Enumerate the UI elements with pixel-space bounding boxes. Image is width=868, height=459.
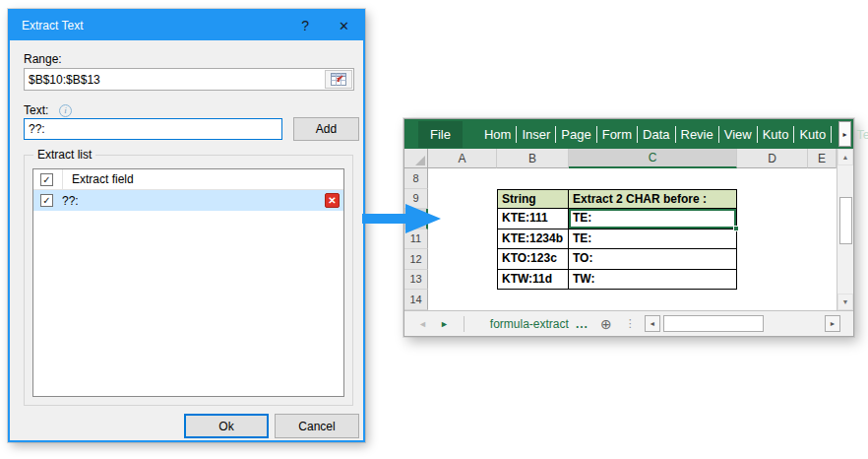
ribbon-tab-hom-1[interactable]: Hom: [480, 127, 515, 142]
ribbon-tab-separator: [718, 126, 719, 143]
sheet-row-12: 12KTO:123cTO:: [404, 249, 837, 270]
select-all-corner[interactable]: [404, 149, 428, 168]
next-sheet-icon[interactable]: ►: [440, 319, 449, 329]
ribbon-tab-revie-6[interactable]: Revie: [677, 127, 717, 142]
column-header-B[interactable]: B: [497, 149, 569, 168]
new-sheet-icon[interactable]: ⊕: [600, 316, 612, 332]
more-sheets-dots[interactable]: ...: [576, 317, 589, 331]
select-all-checkbox[interactable]: ✓: [40, 173, 53, 186]
horizontal-scroll-thumb[interactable]: [663, 315, 764, 332]
column-header-E[interactable]: E: [808, 149, 837, 168]
cell-B13[interactable]: KTW:11d: [497, 270, 569, 291]
sheet-row-13: 13KTW:11dTW:: [404, 270, 837, 291]
cell-D14[interactable]: [737, 290, 808, 310]
cell-D12[interactable]: [737, 249, 808, 270]
cell-E12[interactable]: [808, 249, 837, 270]
sheetbar-options-dots[interactable]: ⋮: [625, 317, 636, 330]
add-button[interactable]: Add: [293, 117, 359, 141]
cell-B12[interactable]: KTO:123c: [497, 249, 569, 270]
dialog-title: Extract Text: [22, 19, 83, 33]
cell-E13[interactable]: [808, 270, 837, 291]
dialog-titlebar[interactable]: Extract Text ? ✕: [10, 11, 363, 40]
cell-E11[interactable]: [808, 230, 837, 250]
cell-D13[interactable]: [737, 270, 808, 291]
sheet-area: ABCDE 89StringExtract 2 CHAR before :10K…: [404, 149, 853, 310]
ribbon-tab-separator: [596, 126, 597, 143]
cell-C11[interactable]: TE:: [569, 230, 737, 250]
ribbon-tab-file-0[interactable]: File: [418, 121, 463, 148]
cell-B9[interactable]: String: [497, 189, 569, 210]
scroll-left-button[interactable]: ◄: [645, 315, 660, 332]
cell-B14[interactable]: [497, 290, 569, 310]
item-label: ??:: [62, 194, 79, 208]
column-header-D[interactable]: D: [737, 149, 808, 168]
cell-C8[interactable]: [569, 168, 737, 189]
cell-C10[interactable]: TE:: [569, 209, 737, 230]
cell-D8[interactable]: [737, 168, 808, 189]
delete-item-button[interactable]: ✕: [325, 193, 340, 208]
scroll-up-button[interactable]: ▲: [837, 149, 853, 165]
row-header-13[interactable]: 13: [404, 270, 428, 291]
extract-list-header-row: ✓ Extract field: [33, 169, 343, 190]
ribbon-tab-inser-2[interactable]: Inser: [518, 127, 554, 142]
cell-E10[interactable]: [808, 209, 837, 230]
range-input-wrap: [24, 68, 354, 91]
prev-sheet-icon[interactable]: ◄: [418, 319, 427, 329]
ribbon-tab-view-7[interactable]: View: [720, 127, 756, 142]
help-button[interactable]: ?: [295, 18, 315, 33]
cell-B10[interactable]: KTE:111: [497, 209, 569, 230]
ribbon-tab-kuto-8[interactable]: Kuto: [759, 127, 793, 142]
horizontal-scrollbar[interactable]: ◄ ►: [645, 315, 840, 332]
cell-A13[interactable]: [428, 270, 497, 291]
pointer-arrow-icon: [362, 203, 442, 234]
text-input[interactable]: [24, 118, 282, 140]
cell-D10[interactable]: [737, 209, 808, 230]
ok-button[interactable]: Ok: [184, 414, 269, 438]
cell-A8[interactable]: [428, 168, 497, 189]
cell-E14[interactable]: [808, 290, 837, 310]
row-header-14[interactable]: 14: [404, 290, 428, 310]
ribbon-tab-form-4[interactable]: Form: [598, 127, 636, 142]
cell-C14[interactable]: [569, 290, 737, 310]
vertical-scrollbar[interactable]: ▲ ▼: [837, 149, 853, 310]
ribbon-tab-data-5[interactable]: Data: [639, 127, 673, 142]
fill-handle[interactable]: [733, 226, 739, 231]
vertical-scroll-thumb[interactable]: [839, 197, 852, 244]
scroll-right-button[interactable]: ►: [825, 315, 840, 332]
column-header-A[interactable]: A: [428, 149, 497, 168]
sheet-tab-formula-extract[interactable]: formula-extract: [490, 317, 569, 331]
ribbon-tab-page-3[interactable]: Page: [557, 127, 594, 142]
cell-E9[interactable]: [808, 189, 837, 210]
cell-C12[interactable]: TO:: [569, 249, 737, 270]
info-icon: i: [59, 104, 72, 117]
column-header-C[interactable]: C: [569, 149, 737, 168]
extract-list-groupbox: Extract list ✓ Extract field ✓ ??: ✕: [24, 155, 353, 406]
ribbon-tab-kuto-9[interactable]: Kuto: [795, 127, 830, 142]
cell-A14[interactable]: [428, 290, 497, 310]
scroll-down-button[interactable]: ▼: [837, 294, 853, 310]
cancel-button[interactable]: Cancel: [275, 414, 359, 438]
cell-B8[interactable]: [497, 168, 569, 189]
row-header-12[interactable]: 12: [404, 249, 428, 270]
cell-E8[interactable]: [808, 168, 837, 189]
close-button[interactable]: ✕: [337, 19, 351, 33]
item-checkbox[interactable]: ✓: [40, 194, 53, 207]
horizontal-scroll-track[interactable]: [764, 315, 825, 332]
cell-C9[interactable]: Extract 2 CHAR before :: [569, 189, 737, 210]
extract-list-item[interactable]: ✓ ??: ✕: [33, 190, 343, 211]
cell-D9[interactable]: [737, 189, 808, 210]
list-column-divider: [62, 169, 63, 190]
cell-C13[interactable]: TW:: [569, 270, 737, 291]
range-input[interactable]: [25, 73, 325, 87]
range-picker-button[interactable]: [325, 70, 352, 89]
ribbon-overflow-button[interactable]: ▸: [838, 121, 851, 147]
row-header-8[interactable]: 8: [404, 168, 428, 189]
extract-list[interactable]: ✓ Extract field ✓ ??: ✕: [32, 168, 344, 397]
cell-A12[interactable]: [428, 249, 497, 270]
ribbon-tab-separator: [675, 126, 676, 143]
extract-text-dialog: Extract Text ? ✕ Range: Text: i Add Extr…: [8, 9, 365, 442]
cell-B11[interactable]: KTE:1234b: [497, 230, 569, 250]
extract-field-header: Extract field: [72, 172, 134, 186]
cell-D11[interactable]: [737, 230, 808, 250]
sheet-row-14: 14: [404, 290, 837, 310]
